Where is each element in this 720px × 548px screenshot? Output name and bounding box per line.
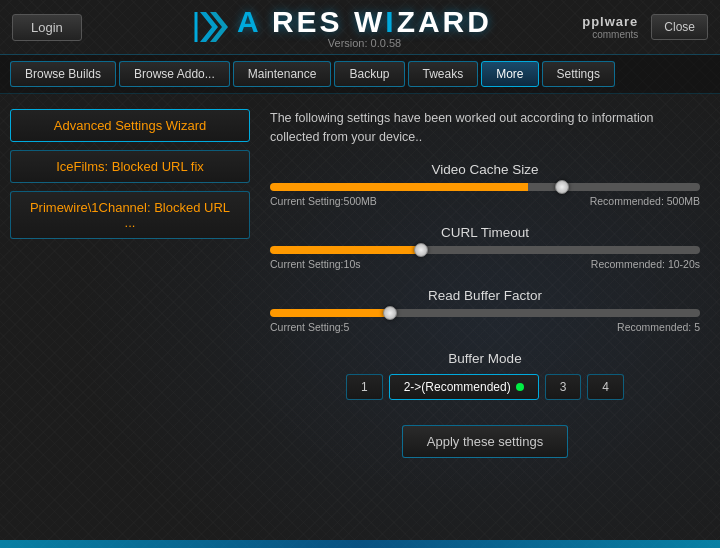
logo-text: A RES WIZARD bbox=[237, 5, 492, 39]
tab-more[interactable]: More bbox=[481, 61, 538, 87]
header: Login A RES WIZARD Version: 0.0.58 pplwa… bbox=[0, 0, 720, 55]
pplware-text: pplware bbox=[582, 14, 638, 29]
read-buffer-setting: Read Buffer Factor Current Setting:5 Rec… bbox=[270, 288, 700, 333]
bottom-bar bbox=[0, 540, 720, 548]
tab-maintenance[interactable]: Maintenance bbox=[233, 61, 332, 87]
video-cache-current: Current Setting:500MB bbox=[270, 195, 377, 207]
read-buffer-slider-track[interactable] bbox=[270, 309, 700, 317]
recommended-indicator bbox=[516, 383, 524, 391]
sidebar-item-advanced-settings[interactable]: Advanced Settings Wizard bbox=[10, 109, 250, 142]
video-cache-slider-thumb[interactable] bbox=[555, 180, 569, 194]
apply-btn-wrap: Apply these settings bbox=[270, 425, 700, 458]
main-content: Advanced Settings Wizard IceFilms: Block… bbox=[0, 94, 720, 540]
logo-area: A RES WIZARD Version: 0.0.58 bbox=[102, 5, 582, 49]
buffer-mode-section: Buffer Mode 1 2->(Recommended) 3 4 bbox=[270, 351, 700, 400]
comments-text: comments bbox=[592, 29, 638, 40]
buffer-opt-2-label: 2->(Recommended) bbox=[404, 380, 511, 394]
read-buffer-recommended: Recommended: 5 bbox=[617, 321, 700, 333]
curl-timeout-slider-thumb[interactable] bbox=[414, 243, 428, 257]
buffer-opt-2-recommended[interactable]: 2->(Recommended) bbox=[389, 374, 539, 400]
buffer-opt-4[interactable]: 4 bbox=[587, 374, 624, 400]
read-buffer-labels: Current Setting:5 Recommended: 5 bbox=[270, 321, 700, 333]
version-text: Version: 0.0.58 bbox=[237, 37, 492, 49]
video-cache-setting: Video Cache Size Current Setting:500MB R… bbox=[270, 162, 700, 207]
curl-timeout-recommended: Recommended: 10-20s bbox=[591, 258, 700, 270]
tab-tweaks[interactable]: Tweaks bbox=[408, 61, 479, 87]
sidebar: Advanced Settings Wizard IceFilms: Block… bbox=[10, 104, 250, 530]
close-button[interactable]: Close bbox=[651, 14, 708, 40]
buffer-opt-1[interactable]: 1 bbox=[346, 374, 383, 400]
apply-settings-button[interactable]: Apply these settings bbox=[402, 425, 568, 458]
tab-browse-builds[interactable]: Browse Builds bbox=[10, 61, 116, 87]
read-buffer-slider-thumb[interactable] bbox=[383, 306, 397, 320]
buffer-mode-options: 1 2->(Recommended) 3 4 bbox=[270, 374, 700, 400]
curl-timeout-setting: CURL Timeout Current Setting:10s Recomme… bbox=[270, 225, 700, 270]
video-cache-recommended: Recommended: 500MB bbox=[590, 195, 700, 207]
sidebar-item-primewire[interactable]: Primewire\1Channel: Blocked URL ... bbox=[10, 191, 250, 239]
curl-timeout-slider-track[interactable] bbox=[270, 246, 700, 254]
curl-timeout-labels: Current Setting:10s Recommended: 10-20s bbox=[270, 258, 700, 270]
curl-timeout-current: Current Setting:10s bbox=[270, 258, 360, 270]
pplware-logo: pplware comments bbox=[582, 14, 638, 40]
video-cache-title: Video Cache Size bbox=[270, 162, 700, 177]
buffer-mode-title: Buffer Mode bbox=[270, 351, 700, 366]
read-buffer-current: Current Setting:5 bbox=[270, 321, 349, 333]
right-panel: The following settings have been worked … bbox=[260, 104, 710, 530]
login-button[interactable]: Login bbox=[12, 14, 82, 41]
sidebar-item-icefilms[interactable]: IceFilms: Blocked URL fix bbox=[10, 150, 250, 183]
logo-icon bbox=[192, 8, 237, 46]
tab-browse-addons[interactable]: Browse Addo... bbox=[119, 61, 230, 87]
buffer-opt-3[interactable]: 3 bbox=[545, 374, 582, 400]
video-cache-labels: Current Setting:500MB Recommended: 500MB bbox=[270, 195, 700, 207]
description-text: The following settings have been worked … bbox=[270, 109, 700, 147]
nav-tabs: Browse Builds Browse Addo... Maintenance… bbox=[0, 55, 720, 94]
tab-backup[interactable]: Backup bbox=[334, 61, 404, 87]
read-buffer-title: Read Buffer Factor bbox=[270, 288, 700, 303]
tab-settings[interactable]: Settings bbox=[542, 61, 615, 87]
video-cache-slider-track[interactable] bbox=[270, 183, 700, 191]
curl-timeout-title: CURL Timeout bbox=[270, 225, 700, 240]
